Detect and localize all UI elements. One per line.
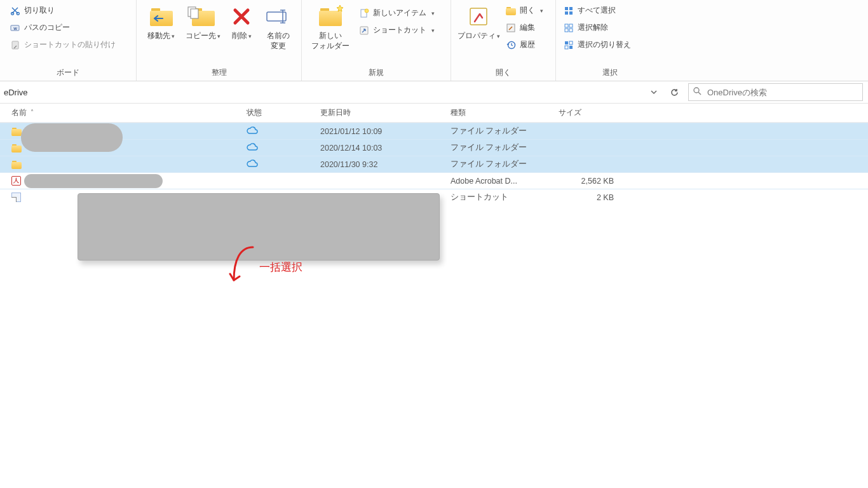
edit-button[interactable]: 編集: [502, 21, 547, 34]
copy-path-icon: W: [10, 23, 20, 33]
new-folder-button[interactable]: 新しい フォルダー: [306, 3, 355, 52]
properties-button[interactable]: プロパティ: [455, 3, 502, 42]
search-icon: [693, 86, 702, 98]
edit-label: 編集: [520, 22, 535, 33]
new-shortcut-button[interactable]: ショートカット: [355, 24, 438, 37]
svg-point-1: [17, 12, 19, 15]
svg-point-29: [694, 88, 699, 93]
breadcrumb-current: eDrive: [4, 88, 28, 97]
redaction: [78, 193, 440, 261]
cell-name: [11, 160, 247, 169]
shortcut-icon: [359, 25, 369, 36]
scissors-icon: [10, 6, 20, 16]
svg-rect-20: [569, 11, 573, 15]
select-none-label: 選択解除: [578, 22, 608, 33]
new-item-icon: [359, 8, 369, 18]
delete-button[interactable]: 削除: [224, 3, 259, 42]
svg-rect-21: [565, 24, 568, 27]
invert-selection-label: 選択の切り替え: [578, 39, 631, 50]
paste-shortcut-label: ショートカットの貼り付け: [24, 39, 116, 50]
copy-path-button[interactable]: W パスのコピー: [6, 21, 119, 34]
select-all-button[interactable]: すべて選択: [560, 4, 635, 17]
svg-rect-17: [565, 7, 568, 10]
svg-rect-6: [191, 9, 198, 18]
invert-selection-icon: [564, 40, 574, 50]
move-to-button[interactable]: 移動先: [140, 3, 182, 42]
cut-button[interactable]: 切り取り: [6, 4, 119, 17]
svg-rect-4: [12, 41, 18, 49]
new-folder-label: 新しい フォルダー: [311, 30, 349, 51]
rename-label: 名前の 変更: [267, 30, 290, 51]
copy-to-button[interactable]: コピー先: [182, 3, 224, 42]
svg-text:W: W: [13, 26, 17, 30]
col-header-type[interactable]: 種類: [451, 107, 559, 118]
delete-icon: [229, 4, 254, 29]
cell-date: 2020/11/30 9:32: [320, 160, 451, 169]
table-row[interactable]: 2020/11/30 9:32ファイル フォルダー: [0, 156, 868, 172]
shortcut-file-icon: [11, 193, 21, 202]
col-header-state[interactable]: 状態: [247, 107, 320, 118]
ribbon-group-open-title: 開く: [451, 66, 555, 81]
select-none-button[interactable]: 選択解除: [560, 21, 635, 34]
cell-type: Adobe Acrobat D...: [451, 177, 559, 186]
svg-rect-22: [569, 24, 573, 27]
cell-type: ファイル フォルダー: [451, 142, 559, 153]
col-header-date[interactable]: 更新日時: [320, 107, 451, 118]
svg-line-30: [698, 92, 701, 95]
search-input[interactable]: [707, 88, 858, 97]
invert-selection-button[interactable]: 選択の切り替え: [560, 38, 635, 51]
annotation-text: 一括選択: [259, 260, 302, 274]
cloud-icon: [247, 143, 257, 151]
svg-rect-23: [565, 29, 568, 32]
cell-state: [247, 126, 320, 136]
ribbon-group-organize: 移動先 コピー先 削除 名前の 変更 整理: [137, 0, 302, 81]
pathbar: eDrive: [0, 81, 868, 104]
column-headers: 名前 状態 更新日時 種類 サイズ: [0, 104, 868, 123]
new-item-button[interactable]: 新しいアイテム: [355, 6, 438, 20]
redaction: [24, 174, 163, 188]
copy-to-icon: [191, 4, 216, 29]
table-row[interactable]: 2020/12/14 10:03ファイル フォルダー: [0, 139, 868, 156]
properties-icon: [466, 4, 491, 29]
cell-date: 2021/01/12 10:09: [320, 127, 451, 136]
folder-icon: [11, 127, 22, 136]
open-icon: [506, 6, 516, 16]
cell-state: [247, 159, 320, 169]
copy-to-label: コピー先: [186, 30, 220, 41]
svg-rect-25: [565, 41, 568, 44]
ribbon-group-select-title: 選択: [556, 66, 664, 81]
folder-icon: [11, 144, 22, 152]
cell-type: ファイル フォルダー: [451, 126, 559, 137]
refresh-button[interactable]: [665, 84, 683, 100]
breadcrumb[interactable]: eDrive: [0, 84, 645, 100]
col-header-size[interactable]: サイズ: [559, 107, 625, 118]
new-folder-icon: [318, 4, 343, 29]
copy-path-label: パスのコピー: [24, 22, 70, 33]
svg-rect-26: [569, 41, 573, 44]
history-button[interactable]: 履歴: [502, 38, 547, 51]
move-to-label: 移動先: [147, 30, 175, 41]
paste-shortcut-icon: [10, 40, 20, 50]
paste-shortcut-button[interactable]: ショートカットの貼り付け: [6, 38, 119, 51]
ribbon-group-organize-title: 整理: [137, 66, 301, 81]
folder-icon: [11, 160, 22, 169]
cell-state: [247, 143, 320, 152]
svg-rect-27: [565, 46, 568, 49]
ribbon-group-new-title: 新規: [302, 66, 451, 81]
table-row[interactable]: 2021/01/12 10:09ファイル フォルダー: [0, 123, 868, 139]
rename-icon: [266, 4, 291, 29]
col-header-name[interactable]: 名前: [11, 107, 247, 118]
ribbon-group-open: プロパティ 開く 編集 履歴 開く: [451, 0, 556, 81]
ribbon-group-clipboard-title: ボード: [0, 66, 136, 81]
breadcrumb-dropdown[interactable]: [645, 84, 663, 100]
ribbon-group-clipboard: 切り取り W パスのコピー ショートカットの貼り付け ボード: [0, 0, 137, 81]
open-button[interactable]: 開く: [502, 4, 547, 17]
select-all-icon: [564, 6, 574, 16]
new-item-label: 新しいアイテム: [373, 8, 426, 18]
ribbon-group-select: すべて選択 選択解除 選択の切り替え 選択: [556, 0, 664, 81]
ribbon-group-new: 新しい フォルダー 新しいアイテム ショートカット 新規: [302, 0, 451, 81]
rename-button[interactable]: 名前の 変更: [259, 3, 297, 52]
cell-size: 2,562 KB: [559, 177, 625, 186]
select-all-label: すべて選択: [578, 5, 616, 16]
search-box[interactable]: [688, 83, 863, 101]
